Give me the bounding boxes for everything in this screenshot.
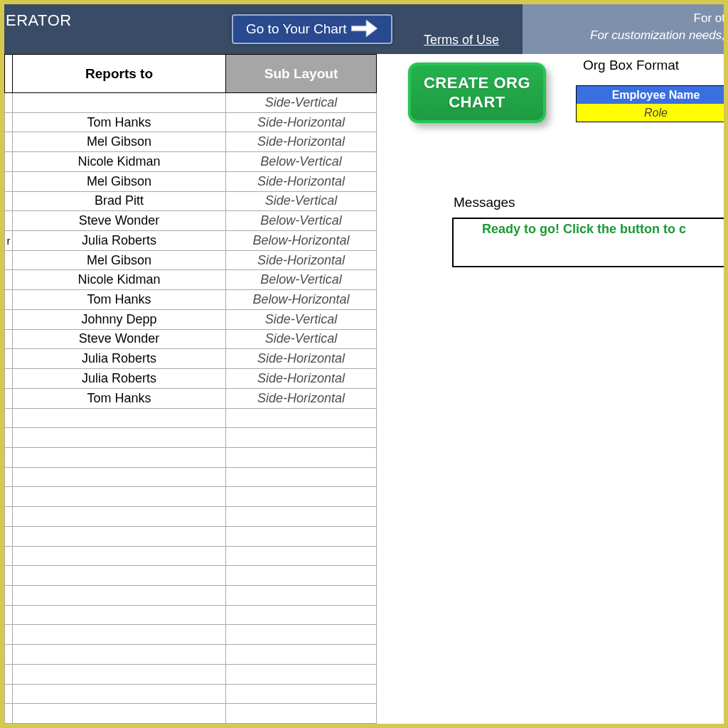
cell-sub-layout[interactable]: Side-Horizontal <box>226 171 377 191</box>
cell-reports-to[interactable]: Nicole Kidman <box>13 270 226 290</box>
cell-sub-layout[interactable] <box>226 605 377 625</box>
cell-leftfrag[interactable] <box>5 526 13 546</box>
go-to-chart-button[interactable]: Go to Your Chart <box>232 14 392 44</box>
cell-leftfrag[interactable] <box>5 132 13 152</box>
table-row[interactable]: Tom HanksSide-Horizontal <box>5 388 377 408</box>
cell-leftfrag[interactable] <box>5 309 13 329</box>
cell-reports-to[interactable] <box>13 664 226 684</box>
cell-reports-to[interactable]: Steve Wonder <box>13 329 226 349</box>
cell-sub-layout[interactable]: Below-Vertical <box>226 211 377 231</box>
cell-leftfrag[interactable] <box>5 467 13 487</box>
cell-reports-to[interactable] <box>13 487 226 507</box>
cell-sub-layout[interactable]: Side-Horizontal <box>226 250 377 270</box>
table-row[interactable] <box>5 408 377 428</box>
cell-sub-layout[interactable]: Side-Horizontal <box>226 349 377 369</box>
cell-sub-layout[interactable] <box>226 467 377 487</box>
table-row[interactable] <box>5 467 377 487</box>
table-row[interactable]: Brad PittSide-Vertical <box>5 191 377 211</box>
cell-leftfrag[interactable] <box>5 93 13 113</box>
table-row[interactable] <box>5 428 377 448</box>
cell-leftfrag[interactable] <box>5 388 13 408</box>
create-org-chart-button[interactable]: CREATE ORG CHART <box>408 63 546 123</box>
cell-reports-to[interactable]: Tom Hanks <box>13 290 226 310</box>
cell-leftfrag[interactable] <box>5 428 13 448</box>
cell-reports-to[interactable]: Mel Gibson <box>13 250 226 270</box>
table-row[interactable]: Mel GibsonSide-Horizontal <box>5 132 377 152</box>
cell-reports-to[interactable]: Julia Roberts <box>13 369 226 389</box>
cell-sub-layout[interactable] <box>226 645 377 665</box>
table-row[interactable]: Nicole KidmanBelow-Vertical <box>5 270 377 290</box>
cell-sub-layout[interactable] <box>226 428 377 448</box>
table-row[interactable] <box>5 507 377 527</box>
col-header-blank[interactable] <box>5 55 13 93</box>
cell-leftfrag[interactable] <box>5 191 13 211</box>
cell-sub-layout[interactable]: Side-Vertical <box>226 309 377 329</box>
cell-leftfrag[interactable] <box>5 625 13 645</box>
table-row[interactable] <box>5 684 377 704</box>
cell-leftfrag[interactable] <box>5 369 13 389</box>
cell-leftfrag[interactable] <box>5 605 13 625</box>
table-row[interactable] <box>5 566 377 586</box>
table-row[interactable] <box>5 605 377 625</box>
cell-sub-layout[interactable] <box>226 625 377 645</box>
cell-leftfrag[interactable] <box>5 546 13 566</box>
cell-reports-to[interactable]: Tom Hanks <box>13 112 226 132</box>
table-row[interactable] <box>5 585 377 605</box>
cell-sub-layout[interactable]: Side-Horizontal <box>226 388 377 408</box>
cell-reports-to[interactable]: Mel Gibson <box>13 171 226 191</box>
cell-reports-to[interactable] <box>13 447 226 467</box>
col-header-reports-to[interactable]: Reports to <box>13 55 226 93</box>
cell-leftfrag[interactable] <box>5 408 13 428</box>
cell-reports-to[interactable] <box>13 704 226 724</box>
cell-leftfrag[interactable] <box>5 349 13 369</box>
cell-reports-to[interactable] <box>13 605 226 625</box>
cell-reports-to[interactable]: Tom Hanks <box>13 388 226 408</box>
cell-reports-to[interactable]: Julia Roberts <box>13 231 226 251</box>
table-row[interactable] <box>5 447 377 467</box>
cell-leftfrag[interactable] <box>5 704 13 724</box>
table-row[interactable]: Tom HanksSide-Horizontal <box>5 112 377 132</box>
cell-reports-to[interactable] <box>13 93 226 113</box>
cell-reports-to[interactable] <box>13 684 226 704</box>
cell-leftfrag[interactable] <box>5 211 13 231</box>
table-row[interactable] <box>5 704 377 724</box>
table-row[interactable]: Mel GibsonSide-Horizontal <box>5 250 377 270</box>
cell-reports-to[interactable] <box>13 566 226 586</box>
cell-leftfrag[interactable] <box>5 447 13 467</box>
cell-sub-layout[interactable]: Below-Vertical <box>226 270 377 290</box>
cell-reports-to[interactable] <box>13 507 226 527</box>
cell-leftfrag[interactable] <box>5 566 13 586</box>
data-table[interactable]: Reports to Sub Layout Side-VerticalTom H… <box>4 54 377 724</box>
cell-reports-to[interactable]: Julia Roberts <box>13 349 226 369</box>
table-row[interactable]: Steve WonderSide-Vertical <box>5 329 377 349</box>
table-row[interactable]: Nicole KidmanBelow-Vertical <box>5 152 377 172</box>
cell-reports-to[interactable] <box>13 585 226 605</box>
cell-sub-layout[interactable]: Side-Horizontal <box>226 369 377 389</box>
cell-reports-to[interactable] <box>13 546 226 566</box>
cell-leftfrag[interactable] <box>5 645 13 665</box>
cell-reports-to[interactable]: Brad Pitt <box>13 191 226 211</box>
cell-leftfrag[interactable] <box>5 171 13 191</box>
table-row[interactable] <box>5 664 377 684</box>
cell-sub-layout[interactable] <box>226 585 377 605</box>
table-row[interactable] <box>5 526 377 546</box>
cell-reports-to[interactable] <box>13 467 226 487</box>
cell-sub-layout[interactable] <box>226 526 377 546</box>
cell-sub-layout[interactable] <box>226 447 377 467</box>
table-row[interactable] <box>5 625 377 645</box>
cell-leftfrag[interactable] <box>5 329 13 349</box>
cell-reports-to[interactable]: Nicole Kidman <box>13 152 226 172</box>
cell-sub-layout[interactable]: Side-Horizontal <box>226 132 377 152</box>
cell-reports-to[interactable] <box>13 526 226 546</box>
cell-leftfrag[interactable] <box>5 684 13 704</box>
cell-sub-layout[interactable] <box>226 566 377 586</box>
cell-reports-to[interactable] <box>13 428 226 448</box>
cell-sub-layout[interactable] <box>226 684 377 704</box>
cell-leftfrag[interactable] <box>5 585 13 605</box>
table-row[interactable]: Tom HanksBelow-Horizontal <box>5 290 377 310</box>
table-row[interactable]: Mel GibsonSide-Horizontal <box>5 171 377 191</box>
cell-reports-to[interactable]: Mel Gibson <box>13 132 226 152</box>
cell-leftfrag[interactable] <box>5 250 13 270</box>
cell-sub-layout[interactable]: Below-Horizontal <box>226 290 377 310</box>
cell-sub-layout[interactable]: Below-Vertical <box>226 152 377 172</box>
